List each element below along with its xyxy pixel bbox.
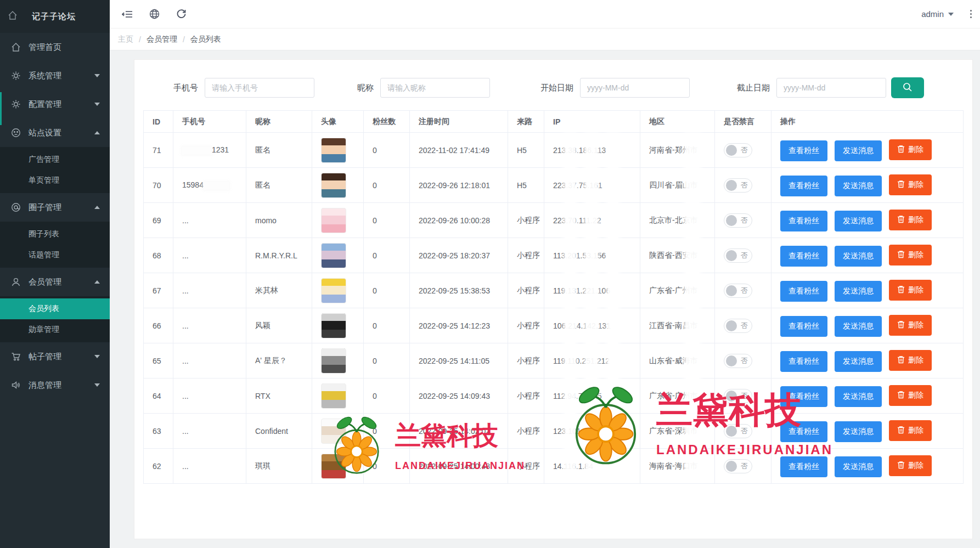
member-list-card: 手机号昵称开始日期截止日期 ID手机号昵称头像粉丝数注册时间来路IP地区是否禁言…	[134, 59, 973, 539]
send-message-button[interactable]: 发送消息	[835, 281, 882, 302]
user-menu[interactable]: admin	[921, 9, 954, 19]
view-fans-button[interactable]: 查看粉丝	[780, 140, 827, 161]
ban-toggle[interactable]: 否	[724, 424, 752, 438]
sidebar-subitem[interactable]: 广告管理	[0, 149, 110, 170]
send-message-button[interactable]: 发送消息	[835, 386, 882, 407]
table-row: 68...R.M.R.Y.R.L02022-09-25 18:20:37小程序1…	[144, 238, 964, 273]
ban-toggle[interactable]: 否	[724, 178, 752, 193]
sidebar-item-label: 圈子管理	[29, 202, 61, 213]
end-date-filter-input[interactable]	[776, 78, 886, 98]
delete-button[interactable]: 删除	[889, 385, 932, 406]
ban-toggle[interactable]: 否	[724, 319, 752, 333]
collapse-sidebar-icon[interactable]	[122, 9, 133, 19]
send-message-button[interactable]: 发送消息	[835, 176, 882, 196]
language-globe-icon[interactable]	[149, 9, 160, 19]
avatar-cell	[312, 343, 364, 378]
delete-button[interactable]: 删除	[889, 350, 932, 371]
sidebar-item[interactable]: 会员管理	[0, 268, 110, 296]
send-message-button[interactable]: 发送消息	[835, 351, 882, 372]
ip-cell: 112.94.76.215	[544, 378, 640, 414]
home-icon	[11, 42, 21, 52]
view-fans-button[interactable]: 查看粉丝	[780, 316, 827, 337]
sidebar-item[interactable]: 消息管理	[0, 371, 110, 399]
ban-toggle-cell: 否	[715, 414, 771, 449]
region-cell: 海南省-海口市	[640, 449, 715, 484]
gear-icon	[11, 71, 21, 81]
delete-button[interactable]: 删除	[889, 420, 932, 441]
delete-button[interactable]: 删除	[889, 139, 932, 160]
view-fans-button[interactable]: 查看粉丝	[780, 211, 827, 231]
sidebar-item[interactable]: 管理首页	[0, 33, 110, 61]
view-fans-button[interactable]: 查看粉丝	[780, 456, 827, 477]
sidebar-item[interactable]: 系统管理	[0, 61, 110, 90]
ip-cell: 123.101.60.112	[544, 414, 640, 449]
ban-toggle[interactable]: 否	[724, 284, 752, 298]
actions-cell: 查看粉丝发送消息删除	[771, 203, 964, 238]
sidebar-subitem[interactable]: 单页管理	[0, 170, 110, 191]
view-fans-button[interactable]: 查看粉丝	[780, 386, 827, 407]
view-fans-button[interactable]: 查看粉丝	[780, 281, 827, 302]
send-message-button[interactable]: 发送消息	[835, 456, 882, 477]
register-time-cell: 2022-09-26 12:18:01	[410, 168, 508, 203]
refresh-icon[interactable]	[176, 9, 187, 19]
sidebar-item-label: 管理首页	[29, 42, 61, 53]
ban-toggle[interactable]: 否	[724, 213, 752, 228]
trash-icon	[897, 355, 905, 365]
view-fans-button[interactable]: 查看粉丝	[780, 421, 827, 442]
send-message-button[interactable]: 发送消息	[835, 246, 882, 267]
source-cell: 小程序	[508, 203, 544, 238]
view-fans-button[interactable]: 查看粉丝	[780, 351, 827, 372]
sidebar-subitem[interactable]: 圈子列表	[0, 224, 110, 245]
button-label: 删除	[908, 145, 923, 155]
sidebar-item[interactable]: 配置管理	[0, 90, 110, 118]
sidebar-subitem[interactable]: 会员列表	[0, 298, 110, 319]
button-label: 发送消息	[843, 392, 874, 402]
delete-button[interactable]: 删除	[889, 174, 932, 195]
delete-button[interactable]: 删除	[889, 315, 932, 336]
register-time-cell: 2022-09-25 15:38:53	[410, 273, 508, 308]
delete-button[interactable]: 删除	[889, 210, 932, 230]
sidebar-subitem[interactable]: 勋章管理	[0, 319, 110, 340]
breadcrumb-item[interactable]: 会员管理	[147, 35, 177, 44]
phone-filter-input[interactable]	[205, 78, 314, 98]
fans-count-cell: 0	[364, 133, 410, 168]
breadcrumb-item[interactable]: 会员列表	[190, 35, 221, 44]
kebab-menu-icon[interactable]	[970, 10, 972, 18]
ban-toggle[interactable]: 否	[724, 459, 752, 473]
sidebar-submenu: 会员列表勋章管理	[0, 296, 110, 342]
sidebar-item-label: 消息管理	[29, 380, 61, 391]
start-date-filter-input[interactable]	[580, 78, 690, 98]
member-id-cell: 66	[144, 308, 173, 343]
ban-toggle[interactable]: 否	[724, 354, 752, 368]
button-label: 查看粉丝	[788, 251, 819, 261]
send-message-button[interactable]: 发送消息	[835, 421, 882, 442]
breadcrumb-item[interactable]: 主页	[118, 35, 133, 44]
delete-button[interactable]: 删除	[889, 245, 932, 265]
table-row: 7015984匿名02022-09-26 12:18:01H5223.37.75…	[144, 168, 964, 203]
ban-toggle-cell: 否	[715, 449, 771, 484]
nickname-cell: 琪琪	[246, 449, 312, 484]
nickname-filter-input[interactable]	[380, 78, 490, 98]
region-cell: 山东省-威海市	[640, 343, 715, 378]
send-message-button[interactable]: 发送消息	[835, 211, 882, 231]
avatar-cell	[312, 308, 364, 343]
ban-toggle-cell: 否	[715, 133, 771, 168]
send-message-button[interactable]: 发送消息	[835, 316, 882, 337]
sidebar-item[interactable]: 圈子管理	[0, 193, 110, 222]
delete-button[interactable]: 删除	[889, 455, 932, 476]
ban-toggle[interactable]: 否	[724, 248, 752, 263]
sidebar-subitem[interactable]: 话题管理	[0, 245, 110, 265]
avatar-cell	[312, 414, 364, 449]
sidebar-item[interactable]: 站点设置	[0, 118, 110, 147]
ban-toggle[interactable]: 否	[724, 143, 752, 157]
send-message-button[interactable]: 发送消息	[835, 140, 882, 161]
ban-toggle[interactable]: 否	[724, 389, 752, 403]
nickname-cell: A' 星辰？	[246, 343, 312, 378]
search-button[interactable]	[891, 77, 924, 98]
view-fans-button[interactable]: 查看粉丝	[780, 176, 827, 196]
speaker-icon	[11, 380, 21, 390]
view-fans-button[interactable]: 查看粉丝	[780, 246, 827, 267]
delete-button[interactable]: 删除	[889, 280, 932, 301]
sidebar-item[interactable]: 帖子管理	[0, 342, 110, 371]
region-cell: 北京市-北京市	[640, 203, 715, 238]
